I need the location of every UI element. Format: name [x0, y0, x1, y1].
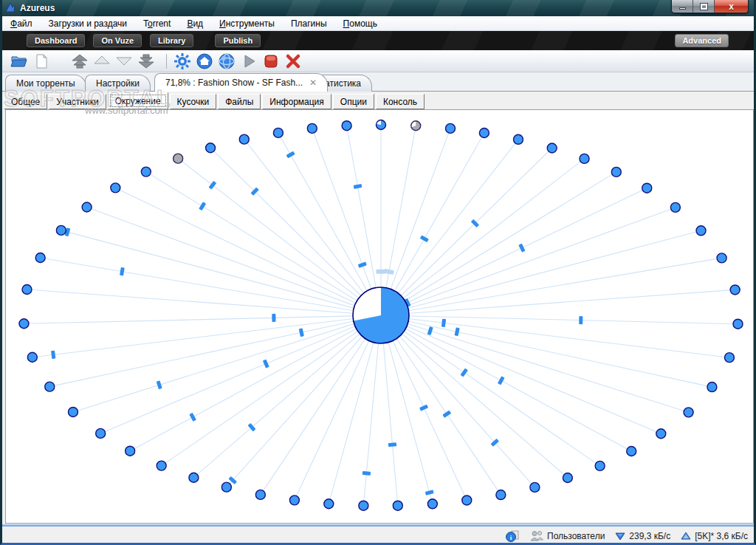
peer-node-20 — [563, 473, 572, 482]
peer-ray-6 — [381, 159, 585, 315]
transfer-tick-29 — [354, 184, 362, 189]
subtab-6[interactable]: Опции — [333, 94, 374, 109]
subtab-2[interactable]: Окружение — [108, 92, 168, 109]
peer-node-49 — [307, 123, 317, 133]
subtab-0[interactable]: Общее — [4, 94, 47, 109]
window-controls: x — [671, 0, 749, 13]
info-icon: i — [505, 530, 520, 542]
stop-icon[interactable] — [261, 52, 281, 70]
transfer-tick-5 — [441, 319, 446, 328]
peer-node-42 — [82, 202, 92, 212]
transfer-tick-12 — [388, 442, 396, 447]
start-icon[interactable] — [239, 52, 258, 70]
peer-ray-44 — [146, 172, 381, 315]
peer-ray-26 — [363, 315, 381, 506]
peer-ray-36 — [49, 315, 381, 387]
home-icon[interactable] — [195, 52, 214, 70]
subtab-1[interactable]: Участники — [49, 94, 106, 109]
peer-node-4 — [513, 134, 523, 144]
title-bar: Azureus x — [0, 0, 756, 16]
transfer-tick-14 — [272, 314, 275, 322]
subtab-3[interactable]: Кусочки — [170, 94, 217, 109]
seed-all-icon[interactable] — [70, 52, 89, 70]
new-torrent-icon[interactable] — [32, 52, 51, 70]
peer-node-25 — [393, 501, 402, 510]
settings-gear-icon[interactable] — [173, 52, 192, 70]
peer-node-7 — [611, 167, 621, 176]
peer-ray-34 — [100, 315, 381, 433]
peer-node-44 — [141, 167, 151, 176]
users-icon — [530, 530, 543, 541]
transfer-tick-22 — [362, 471, 371, 476]
menu-item-2[interactable]: Torrent — [135, 17, 179, 30]
tab-label: Мои торренты — [16, 78, 75, 89]
remove-icon[interactable] — [284, 52, 303, 70]
share-info-item[interactable]: i — [505, 530, 520, 542]
tab-close-icon[interactable]: ✕ — [309, 78, 317, 88]
nav-button-library[interactable]: Library — [150, 34, 193, 47]
status-bar: i Пользователи 239,3 кБ/с [5K]* — [2, 527, 754, 545]
web-globe-icon[interactable] — [217, 52, 236, 70]
upload-speed-item[interactable]: [5K]* 3,6 кБ/с — [681, 531, 748, 541]
transfer-tick-8 — [498, 376, 505, 385]
peer-ray-4 — [381, 140, 518, 315]
peer-ray-30 — [227, 315, 381, 487]
peer-node-34 — [96, 428, 106, 438]
close-window-button[interactable]: x — [715, 0, 748, 13]
peer-node-47 — [239, 134, 249, 144]
transfer-tick-7 — [461, 369, 468, 377]
upload-arrow-icon — [681, 532, 691, 541]
transfer-tick-6 — [454, 327, 459, 336]
tab-1[interactable]: Настройки — [85, 75, 151, 92]
transfer-tick-15 — [299, 328, 304, 337]
peer-ray-25 — [381, 315, 398, 506]
peer-node-32 — [157, 461, 166, 470]
peer-ray-40 — [41, 258, 381, 315]
transfer-tick-33 — [427, 326, 433, 335]
swarm-graph — [6, 110, 753, 523]
peer-node-40 — [35, 253, 45, 262]
menu-item-6[interactable]: Помощь — [335, 17, 385, 30]
queue-down-icon[interactable] — [114, 52, 134, 70]
peer-ray-41 — [61, 230, 381, 315]
peer-node-36 — [45, 382, 55, 391]
peer-node-31 — [189, 473, 199, 482]
peer-node-37 — [27, 352, 37, 362]
close-icon: x — [729, 2, 734, 11]
seed-icon[interactable] — [92, 52, 111, 70]
subtab-5[interactable]: Информация — [262, 94, 331, 109]
subtab-4[interactable]: Файлы — [218, 94, 261, 109]
advanced-button[interactable]: Advanced — [675, 34, 729, 47]
maximize-button[interactable] — [693, 0, 715, 13]
menu-bar: ФайлЗагрузки и раздачиTorrentВидИнструме… — [2, 16, 754, 31]
nav-button-publish[interactable]: Publish — [215, 34, 261, 47]
menu-item-3[interactable]: Вид — [179, 17, 211, 30]
minimize-icon — [679, 7, 686, 10]
tab-2[interactable]: 71,8% : Fashion Show - SF Fash...✕ — [154, 73, 328, 92]
nav-button-dashboard[interactable]: Dashboard — [27, 34, 85, 47]
menu-item-1[interactable]: Загрузки и раздачи — [41, 17, 135, 30]
queue-all-down-icon[interactable] — [137, 52, 156, 70]
minimize-button[interactable] — [672, 0, 693, 13]
peer-node-2 — [446, 123, 456, 133]
peer-node-35 — [68, 407, 78, 417]
torrent-detail-tab-bar: ОбщееУчастникиОкружениеКусочкиФайлыИнфор… — [2, 92, 754, 109]
tab-0[interactable]: Мои торренты — [5, 75, 86, 92]
nav-button-on-vuze[interactable]: On Vuze — [93, 34, 142, 47]
peer-ray-45 — [178, 159, 381, 315]
peer-ray-15 — [381, 315, 712, 387]
peer-node-43 — [111, 183, 120, 193]
menu-item-0[interactable]: Файл — [2, 17, 41, 30]
users-item[interactable]: Пользователи — [530, 530, 605, 541]
transfer-tick-30 — [358, 261, 367, 267]
menu-item-5[interactable]: Плагины — [283, 17, 335, 30]
peer-node-24 — [427, 499, 437, 509]
peer-ray-20 — [381, 315, 568, 478]
subtab-7[interactable]: Консоль — [376, 94, 425, 109]
peer-ray-22 — [381, 315, 501, 495]
download-speed-item[interactable]: 239,3 кБ/с — [615, 531, 670, 541]
peer-ray-33 — [130, 315, 381, 451]
peer-node-16 — [684, 408, 693, 417]
menu-item-4[interactable]: Инструменты — [211, 17, 283, 30]
open-torrent-icon[interactable] — [10, 52, 29, 70]
